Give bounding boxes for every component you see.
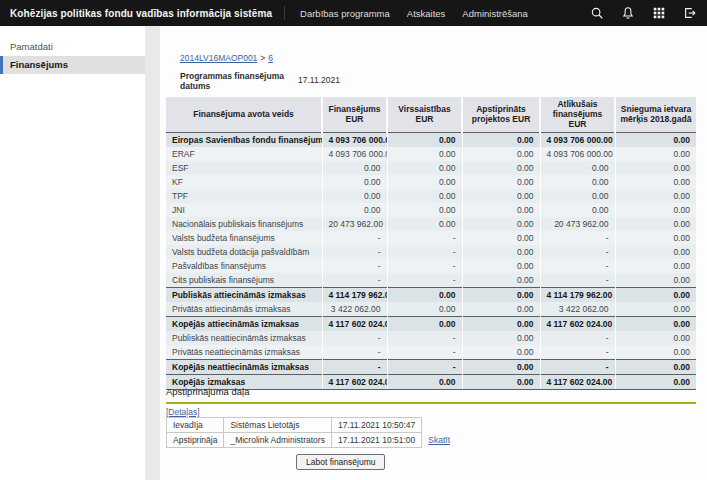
top-navigation: Darbības programma Atskaites Administrēš…	[300, 8, 528, 19]
finance-table-header-row: Finansējuma avota veidsFinansējums EURVi…	[166, 97, 696, 132]
row-label: Pašvaldības finansējums	[166, 259, 322, 273]
row-value: 0.00	[462, 345, 540, 360]
column-header-5: Snieguma ietvara mērķis 2018.gadā	[615, 97, 696, 132]
breadcrumb-program-link[interactable]: 2014LV16MAOP001	[180, 53, 257, 63]
audit-action-empty	[422, 418, 456, 433]
finance-table-row: Eiropas Savienības fondu finansējums4 09…	[166, 132, 696, 147]
row-value: 4 117 602 024.00	[322, 374, 387, 389]
row-value: 0.00	[322, 161, 387, 175]
row-value: 0.00	[462, 259, 540, 273]
row-value: 0.00	[387, 316, 462, 331]
row-value: 0.00	[462, 331, 540, 345]
row-label: JNI	[166, 203, 322, 217]
nav-item-administresana[interactable]: Administrēšana	[462, 8, 527, 19]
row-value: 4 117 602 024.00	[322, 316, 387, 331]
row-value: 0.00	[615, 359, 696, 374]
row-value: 0.00	[387, 203, 462, 217]
row-value: 0.00	[387, 374, 462, 389]
finance-table: Finansējuma avota veidsFinansējums EURVi…	[166, 97, 696, 390]
row-value: 0.00	[387, 302, 462, 317]
row-value: 0.00	[615, 231, 696, 245]
row-label: Eiropas Savienības fondu finansējums	[166, 132, 322, 147]
row-value: -	[540, 359, 615, 374]
row-value: 0.00	[322, 189, 387, 203]
row-value: -	[387, 331, 462, 345]
row-value: -	[540, 331, 615, 345]
approval-audit-table: Ievadīja Sistēmas Lietotājs 17.11.2021 1…	[166, 417, 457, 448]
row-label: Privātās attiecināmās izmaksas	[166, 302, 322, 317]
row-value: 0.00	[462, 189, 540, 203]
row-value: 0.00	[615, 147, 696, 161]
row-value: -	[322, 359, 387, 374]
main-content: 2014LV16MAOP001>6 Programmas finansējuma…	[160, 26, 707, 480]
row-value: 4 114 179 962.00	[322, 287, 387, 302]
row-label: TPF	[166, 189, 322, 203]
audit-timestamp: 17.11.2021 10:51:00	[331, 433, 421, 448]
row-value: 3 422 062.00	[540, 302, 615, 317]
audit-view-cell: Skatīt	[422, 433, 456, 448]
edit-financing-button[interactable]: Labot finansējumu	[296, 454, 385, 470]
breadcrumb: 2014LV16MAOP001>6	[180, 53, 273, 63]
row-value: 0.00	[615, 161, 696, 175]
row-value: 0.00	[462, 302, 540, 317]
row-label: ESF	[166, 161, 322, 175]
row-value: 4 093 706 000.00	[322, 147, 387, 161]
row-value: -	[540, 259, 615, 273]
row-value: 0.00	[615, 287, 696, 302]
row-value: 0.00	[615, 273, 696, 288]
row-value: 0.00	[462, 147, 540, 161]
row-value: 0.00	[615, 217, 696, 231]
nav-item-darbibas-programma[interactable]: Darbības programma	[300, 8, 390, 19]
notifications-bell-icon[interactable]	[621, 6, 635, 20]
finance-table-row: JNI0.000.000.000.000.00	[166, 203, 696, 217]
finance-table-row: ESF0.000.000.000.000.00	[166, 161, 696, 175]
view-link[interactable]: Skatīt	[428, 435, 450, 445]
approval-divider	[166, 402, 696, 404]
audit-timestamp: 17.11.2021 10:50:47	[331, 418, 421, 433]
row-value: 0.00	[462, 217, 540, 231]
search-icon[interactable]	[590, 6, 604, 20]
audit-user: Sistēmas Lietotājs	[224, 418, 331, 433]
row-value: -	[387, 345, 462, 360]
finance-table-row: Publiskās neattiecināmās izmaksas--0.00-…	[166, 331, 696, 345]
row-value: 0.00	[462, 175, 540, 189]
app-title[interactable]: Kohēzijas politikas fondu vadības inform…	[0, 8, 272, 19]
breadcrumb-current-link[interactable]: 6	[268, 53, 273, 63]
audit-row-approved: Apstiprināja _Microlink Administrators 1…	[167, 433, 457, 448]
nav-item-atskaites[interactable]: Atskaites	[407, 8, 446, 19]
row-value: -	[540, 231, 615, 245]
row-value: -	[387, 359, 462, 374]
row-value: -	[387, 259, 462, 273]
row-value: 3 422 062.00	[322, 302, 387, 317]
row-label: Valsts budžeta finansējums	[166, 231, 322, 245]
row-value: 0.00	[462, 273, 540, 288]
finance-table-row: Publiskās attiecināmās izmaksas4 114 179…	[166, 287, 696, 302]
audit-label: Ievadīja	[167, 418, 224, 433]
sidebar-item-pamatdati[interactable]: Pamatdati	[0, 38, 145, 56]
row-value: 0.00	[540, 203, 615, 217]
finance-table-row: Valsts budžeta finansējums--0.00-0.00	[166, 231, 696, 245]
details-link[interactable]: [Detaļas]	[166, 407, 200, 417]
row-label: Publiskās attiecināmās izmaksas	[166, 287, 322, 302]
row-label: KF	[166, 175, 322, 189]
row-value: 0.00	[462, 161, 540, 175]
sidebar-item-finansejums[interactable]: Finansējums	[0, 56, 145, 74]
finance-table-row: KF0.000.000.000.000.00	[166, 175, 696, 189]
row-value: -	[322, 273, 387, 288]
row-value: 0.00	[387, 175, 462, 189]
app-switcher-grid-icon[interactable]	[652, 6, 666, 20]
row-value: 0.00	[540, 161, 615, 175]
finance-table-row: Kopējās attiecināmās izmaksas4 117 602 0…	[166, 316, 696, 331]
row-label: Publiskās neattiecināmās izmaksas	[166, 331, 322, 345]
column-header-3: Apstiprināts projektos EUR	[462, 97, 540, 132]
logout-icon[interactable]	[683, 6, 697, 20]
breadcrumb-separator: >	[260, 53, 265, 63]
row-value: 4 093 706 000.00	[322, 132, 387, 147]
row-value: 0.00	[387, 132, 462, 147]
row-value: 0.00	[615, 331, 696, 345]
row-label: Nacionālais publiskais finansējums	[166, 217, 322, 231]
audit-label: Apstiprināja	[167, 433, 224, 448]
row-value: -	[322, 245, 387, 259]
row-value: 0.00	[322, 175, 387, 189]
row-value: -	[322, 345, 387, 360]
